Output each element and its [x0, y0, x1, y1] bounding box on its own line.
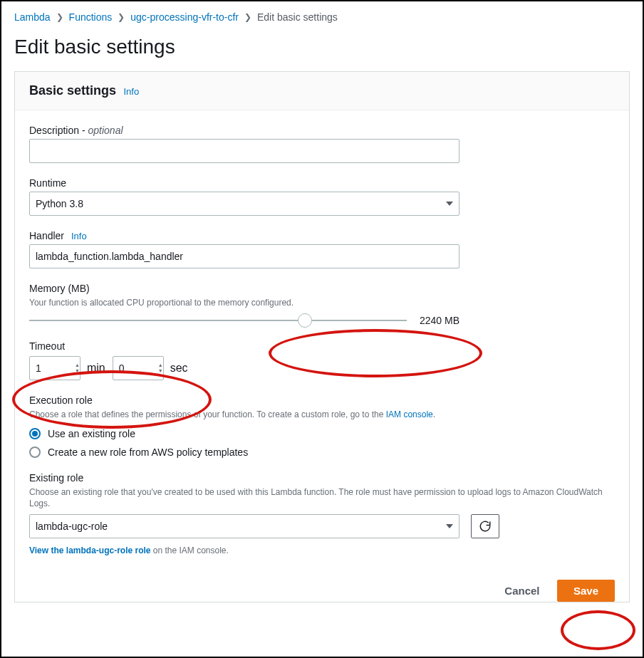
- save-button[interactable]: Save: [557, 580, 615, 602]
- cancel-button[interactable]: Cancel: [504, 585, 539, 597]
- memory-slider-thumb[interactable]: [298, 313, 312, 328]
- chevron-right-icon: ❯: [118, 12, 125, 22]
- existing-role-label: Existing role: [29, 472, 615, 484]
- existing-role-field: Existing role Choose an existing role th…: [29, 472, 615, 556]
- existing-role-helper: Choose an existing role that you've crea…: [29, 486, 615, 511]
- description-input[interactable]: [29, 139, 459, 163]
- existing-role-select[interactable]: lambda-ugc-role: [29, 514, 459, 538]
- memory-value: 2240 MB: [420, 315, 459, 326]
- panel-title: Basic settings: [29, 83, 116, 98]
- memory-label: Memory (MB): [29, 283, 615, 294]
- memory-slider[interactable]: [29, 320, 407, 321]
- timeout-min-input[interactable]: [29, 356, 80, 380]
- description-field: Description - optional: [29, 125, 615, 163]
- runtime-value: Python 3.8: [36, 198, 83, 209]
- annotation-save: [561, 610, 635, 650]
- basic-settings-panel: Basic settings Info Description - option…: [14, 71, 630, 602]
- radio-create-label: Create a new role from AWS policy templa…: [48, 446, 248, 458]
- caret-down-icon: [446, 524, 453, 528]
- breadcrumb: Lambda ❯ Functions ❯ ugc-processing-vfr-…: [14, 11, 630, 23]
- radio-checked-icon: [29, 428, 41, 439]
- description-label: Description - optional: [29, 125, 615, 136]
- timeout-label: Timeout: [29, 340, 615, 352]
- timeout-sec-input[interactable]: [113, 356, 164, 380]
- description-label-text: Description: [29, 125, 79, 136]
- runtime-select[interactable]: Python 3.8: [29, 192, 459, 216]
- breadcrumb-lambda[interactable]: Lambda: [14, 11, 51, 23]
- runtime-field: Runtime Python 3.8: [29, 177, 615, 216]
- handler-label: Handler Info: [29, 230, 615, 241]
- caret-down-icon: [446, 202, 453, 206]
- radio-existing-role[interactable]: Use an existing role: [29, 428, 615, 439]
- memory-field: Memory (MB) Your function is allocated C…: [29, 283, 615, 326]
- memory-helper: Your function is allocated CPU proportio…: [29, 297, 615, 309]
- execution-role-field: Execution role Choose a role that define…: [29, 395, 615, 458]
- description-label-optional: optional: [88, 125, 123, 136]
- page-title: Edit basic settings: [14, 36, 630, 58]
- action-row: Cancel Save: [15, 570, 629, 602]
- timeout-min-unit: min: [87, 362, 105, 375]
- handler-field: Handler Info: [29, 230, 615, 268]
- panel-header: Basic settings Info: [15, 72, 629, 110]
- panel-info-link[interactable]: Info: [124, 86, 140, 97]
- execution-role-helper-text: Choose a role that defines the permissio…: [29, 409, 386, 419]
- handler-info-link[interactable]: Info: [71, 231, 87, 241]
- timeout-field: Timeout ▲▼ min ▲▼ sec: [29, 340, 615, 380]
- execution-role-helper-suffix: .: [433, 409, 435, 419]
- refresh-button[interactable]: [471, 514, 499, 538]
- refresh-icon: [479, 520, 492, 533]
- description-label-dash: -: [79, 125, 88, 136]
- runtime-label: Runtime: [29, 177, 615, 189]
- view-role-link[interactable]: View the lambda-ugc-role role: [29, 545, 150, 555]
- timeout-sec-unit: sec: [170, 362, 188, 375]
- execution-role-label: Execution role: [29, 395, 615, 406]
- view-role-suffix: on the IAM console.: [150, 545, 228, 555]
- radio-create-role[interactable]: Create a new role from AWS policy templa…: [29, 446, 615, 458]
- breadcrumb-function-name[interactable]: ugc-processing-vfr-to-cfr: [130, 11, 239, 23]
- radio-existing-label: Use an existing role: [48, 428, 135, 439]
- breadcrumb-current: Edit basic settings: [257, 11, 338, 23]
- radio-unchecked-icon: [29, 446, 41, 458]
- breadcrumb-functions[interactable]: Functions: [69, 11, 113, 23]
- chevron-right-icon: ❯: [56, 12, 63, 22]
- chevron-right-icon: ❯: [244, 12, 251, 22]
- handler-input[interactable]: [29, 244, 459, 268]
- iam-console-link[interactable]: IAM console: [386, 409, 433, 419]
- handler-label-text: Handler: [29, 230, 64, 241]
- existing-role-value: lambda-ugc-role: [36, 521, 108, 532]
- execution-role-helper: Choose a role that defines the permissio…: [29, 409, 615, 421]
